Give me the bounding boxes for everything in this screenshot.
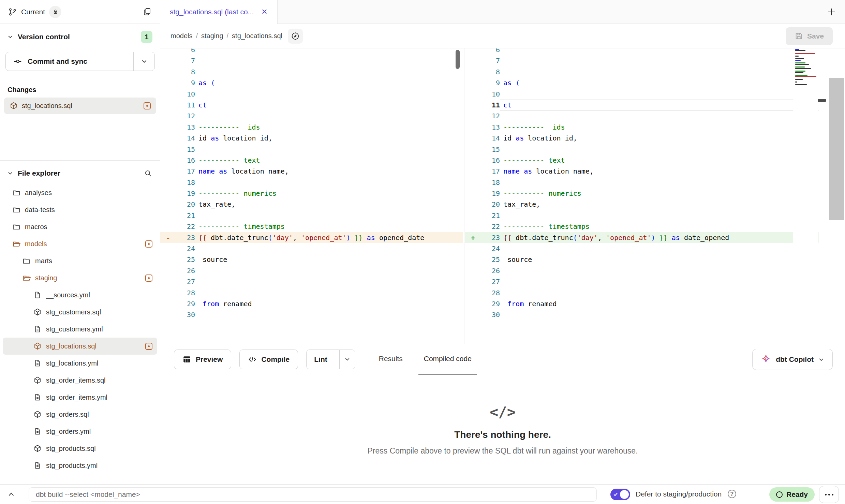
editor-minimap[interactable] (793, 48, 818, 344)
line-content (500, 89, 819, 100)
preview-button[interactable]: Preview (174, 350, 231, 369)
line-number: 9 (481, 77, 500, 88)
save-button[interactable]: Save (786, 27, 833, 45)
line-number: 13 (176, 122, 195, 133)
file-tree-item-stg-locations-sql[interactable]: stg_locations.sql (3, 338, 157, 355)
file-tree-item-stg-orders-yml[interactable]: stg_orders.yml (3, 423, 157, 440)
line-content: id as location_id, (195, 133, 463, 144)
gutter (465, 210, 481, 221)
gutter (160, 309, 176, 320)
file-tree-item-stg-orders-sql[interactable]: stg_orders.sql (3, 406, 157, 423)
lineage-button[interactable] (288, 29, 303, 44)
file-tree-item-stg-order-items-sql[interactable]: stg_order_items.sql (3, 372, 157, 389)
lint-button[interactable]: Lint (306, 350, 355, 369)
tab-results[interactable]: Results (373, 344, 408, 375)
file-tree-item-stg-customers-sql[interactable]: stg_customers.sql (3, 303, 157, 321)
model-icon (33, 376, 42, 384)
branch-selector[interactable]: Current (0, 0, 160, 24)
chevron-down-icon (818, 357, 824, 362)
file-tree-item--sources-yml[interactable]: __sources.yml (3, 286, 157, 303)
changed-file-row[interactable]: stg_locations.sql (4, 98, 156, 114)
defer-toggle[interactable] (610, 489, 630, 500)
file-tree: analysesdata-testsmacrosmodelsmartsstagi… (0, 184, 160, 474)
line-number: 13 (481, 122, 500, 133)
file-tree-item-label: stg_products.yml (46, 462, 152, 470)
compile-button[interactable]: Compile (239, 350, 298, 369)
tab-compiled-code[interactable]: Compiled code (418, 344, 477, 375)
line-content (195, 276, 463, 287)
changed-file-name: stg_locations.sql (22, 102, 139, 110)
collapse-panel-chevron[interactable] (7, 490, 16, 499)
file-tree-item-macros[interactable]: macros (3, 218, 157, 235)
editor-tab-bar: stg_locations.sql (last co... ✕ (160, 0, 845, 24)
breadcrumb-models[interactable]: models (171, 32, 192, 40)
diff-editor-modified-pane[interactable]: 6789as (1011ct1213---------- ids14id as … (465, 48, 819, 344)
breadcrumb-file[interactable]: stg_locations.sql (232, 32, 282, 40)
more-options-button[interactable] (819, 486, 839, 503)
version-control-section-header[interactable]: Version control 1 (0, 29, 160, 44)
code-line-original-23: -23{{ dbt.date_trunc('day', 'opened_at')… (160, 232, 463, 243)
code-empty-icon: </> (490, 404, 516, 420)
file-tree-item-analyses[interactable]: analyses (3, 184, 157, 201)
modified-indicator-icon (144, 102, 151, 109)
code-line-original-14: 14id as location_id, (160, 133, 463, 144)
gutter (465, 188, 481, 199)
diff-editor-original-pane[interactable]: 6789as (1011ct1213---------- ids14id as … (160, 48, 463, 344)
line-number: 7 (481, 55, 500, 66)
code-line-modified-7: 7 (465, 55, 819, 66)
file-tree-item-stg-locations-yml[interactable]: stg_locations.yml (3, 355, 157, 372)
file-tree-item-stg-products-yml[interactable]: stg_products.yml (3, 457, 157, 474)
gutter (160, 210, 176, 221)
line-number: 11 (176, 100, 195, 110)
code-line-modified-22: 22---------- timestamps (465, 221, 819, 232)
file-tree-item-marts[interactable]: marts (3, 252, 157, 269)
line-number: 25 (481, 254, 500, 265)
help-icon[interactable]: ? (728, 490, 736, 498)
file-explorer-title: File explorer (18, 169, 60, 177)
line-content (500, 243, 819, 254)
line-number: 22 (481, 221, 500, 232)
dbt-copilot-button[interactable]: dbt Copilot (752, 349, 833, 370)
line-content: as ( (500, 77, 819, 88)
search-icon[interactable] (144, 169, 152, 178)
modified-indicator-icon (145, 343, 152, 350)
left-pane-scrollbar-thumb[interactable] (456, 50, 460, 69)
duplicate-files-icon[interactable] (143, 7, 152, 16)
file-explorer-section-header[interactable]: File explorer (0, 166, 160, 181)
diff-editor-sash[interactable] (464, 48, 464, 344)
file-tree-item-stg-order-items-yml[interactable]: stg_order_items.yml (3, 389, 157, 406)
code-line-modified-21: 21 (465, 210, 819, 221)
file-tree-item-label: stg_order_items.sql (46, 376, 152, 384)
line-content (500, 144, 819, 155)
status-badge[interactable]: Ready (769, 487, 815, 502)
line-content: tax_rate, (195, 199, 463, 210)
file-tree-item-label: stg_orders.yml (46, 428, 152, 435)
line-content (500, 110, 819, 121)
sidebar: Current Version control 1 Commit and syn… (0, 0, 160, 484)
code-line-original-22: 22---------- timestamps (160, 221, 463, 232)
commit-and-sync-button[interactable]: Commit and sync (5, 52, 155, 71)
tab-close-icon[interactable]: ✕ (261, 8, 267, 16)
line-number: 25 (176, 254, 195, 265)
line-content (500, 66, 819, 77)
tab-stg-locations[interactable]: stg_locations.sql (last co... ✕ (160, 0, 278, 24)
editor-vertical-scrollbar[interactable] (829, 78, 844, 220)
gutter (465, 144, 481, 155)
file-tree-item-data-tests[interactable]: data-tests (3, 201, 157, 218)
line-number: 6 (481, 48, 500, 55)
command-input[interactable]: dbt build --select <model_name> (29, 487, 597, 502)
commit-options-caret[interactable] (133, 52, 154, 71)
breadcrumb-staging[interactable]: staging (201, 32, 223, 40)
file-tree-item-staging[interactable]: staging (3, 269, 157, 286)
new-tab-button[interactable] (825, 6, 837, 18)
code-line-original-19: 19---------- numerics (160, 188, 463, 199)
file-tree-item-label: macros (25, 223, 152, 231)
lint-options-caret[interactable] (339, 350, 355, 369)
file-tree-item-stg-customers-yml[interactable]: stg_customers.yml (3, 321, 157, 338)
file-tree-item-models[interactable]: models (3, 235, 157, 252)
line-number: 28 (481, 287, 500, 298)
line-number: 17 (176, 166, 195, 177)
line-content (195, 243, 463, 254)
line-number: 30 (481, 309, 500, 320)
file-tree-item-stg-products-sql[interactable]: stg_products.sql (3, 440, 157, 457)
